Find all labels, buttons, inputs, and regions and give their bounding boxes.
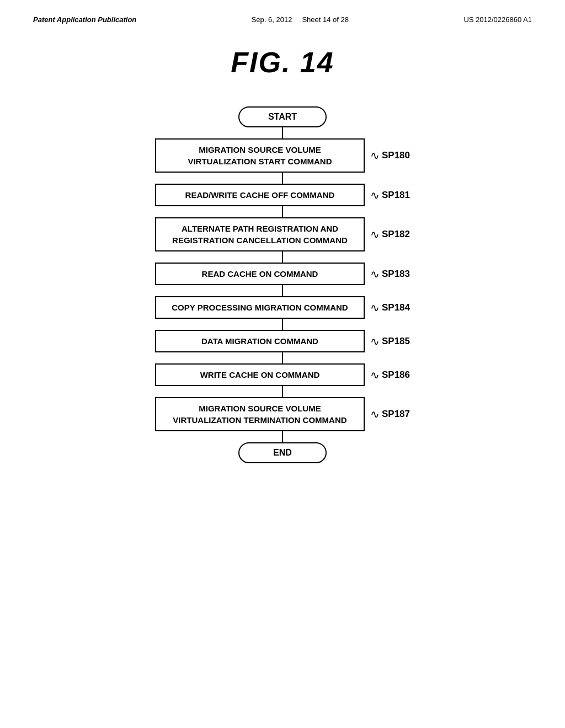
squiggle-icon-sp180: ∿ bbox=[370, 149, 380, 162]
connector-1 bbox=[282, 173, 283, 184]
connector-5 bbox=[282, 319, 283, 330]
step-row-sp186: WRITE CACHE ON COMMAND ∿ SP186 bbox=[0, 363, 565, 386]
sp181-num: SP181 bbox=[382, 190, 410, 201]
header-date-sheet: Sep. 6, 2012 Sheet 14 of 28 bbox=[252, 15, 349, 24]
header-publication: Patent Application Publication bbox=[33, 15, 136, 24]
box-sp184: COPY PROCESSING MIGRATION COMMAND bbox=[155, 296, 365, 319]
step-row-sp185: DATA MIGRATION COMMAND ∿ SP185 bbox=[0, 330, 565, 352]
step-row-sp187: MIGRATION SOURCE VOLUMEVIRTUALIZATION TE… bbox=[0, 397, 565, 431]
squiggle-icon-sp186: ∿ bbox=[370, 368, 380, 382]
squiggle-icon-sp187: ∿ bbox=[370, 408, 380, 421]
connector-3 bbox=[282, 251, 283, 263]
page: Patent Application Publication Sep. 6, 2… bbox=[0, 0, 565, 728]
connector-6 bbox=[282, 352, 283, 363]
header-date: Sep. 6, 2012 bbox=[252, 15, 292, 24]
connector-0 bbox=[282, 127, 283, 138]
sp180-num: SP180 bbox=[382, 150, 410, 161]
step-row-sp182: ALTERNATE PATH REGISTRATION ANDREGISTRAT… bbox=[0, 217, 565, 251]
label-sp184: ∿ SP184 bbox=[370, 301, 410, 314]
start-row: START bbox=[0, 106, 565, 127]
squiggle-icon-sp185: ∿ bbox=[370, 335, 380, 348]
flowchart: START MIGRATION SOURCE VOLUMEVIRTUALIZAT… bbox=[0, 106, 565, 485]
end-row: END bbox=[0, 442, 565, 463]
sp187-num: SP187 bbox=[382, 409, 410, 420]
sp182-num: SP182 bbox=[382, 229, 410, 240]
box-sp185: DATA MIGRATION COMMAND bbox=[155, 330, 365, 352]
connector-4 bbox=[282, 285, 283, 296]
step-row-sp184: COPY PROCESSING MIGRATION COMMAND ∿ SP18… bbox=[0, 296, 565, 319]
label-sp186: ∿ SP186 bbox=[370, 368, 410, 382]
step-row-sp181: READ/WRITE CACHE OFF COMMAND ∿ SP181 bbox=[0, 184, 565, 206]
start-box: START bbox=[238, 106, 327, 127]
sp183-num: SP183 bbox=[382, 269, 410, 280]
connector-7 bbox=[282, 386, 283, 397]
squiggle-icon-sp183: ∿ bbox=[370, 267, 380, 281]
box-sp182: ALTERNATE PATH REGISTRATION ANDREGISTRAT… bbox=[155, 217, 365, 251]
sp186-num: SP186 bbox=[382, 370, 410, 381]
figure-title: FIG. 14 bbox=[0, 46, 565, 79]
squiggle-icon-sp181: ∿ bbox=[370, 189, 380, 202]
sp185-num: SP185 bbox=[382, 336, 410, 347]
header: Patent Application Publication Sep. 6, 2… bbox=[0, 0, 565, 29]
sp184-num: SP184 bbox=[382, 302, 410, 313]
connector-8 bbox=[282, 431, 283, 442]
label-sp180: ∿ SP180 bbox=[370, 149, 410, 162]
label-sp187: ∿ SP187 bbox=[370, 408, 410, 421]
end-box: END bbox=[238, 442, 327, 463]
label-sp181: ∿ SP181 bbox=[370, 189, 410, 202]
box-sp187: MIGRATION SOURCE VOLUMEVIRTUALIZATION TE… bbox=[155, 397, 365, 431]
step-row-sp183: READ CACHE ON COMMAND ∿ SP183 bbox=[0, 263, 565, 285]
squiggle-icon-sp182: ∿ bbox=[370, 228, 380, 241]
box-sp186: WRITE CACHE ON COMMAND bbox=[155, 363, 365, 386]
box-sp183: READ CACHE ON COMMAND bbox=[155, 263, 365, 285]
squiggle-icon-sp184: ∿ bbox=[370, 301, 380, 314]
header-sheet: Sheet 14 of 28 bbox=[302, 15, 349, 24]
connector-2 bbox=[282, 206, 283, 217]
header-patent-num: US 2012/0226860 A1 bbox=[463, 15, 532, 24]
label-sp182: ∿ SP182 bbox=[370, 228, 410, 241]
label-sp185: ∿ SP185 bbox=[370, 335, 410, 348]
box-sp181: READ/WRITE CACHE OFF COMMAND bbox=[155, 184, 365, 206]
label-sp183: ∿ SP183 bbox=[370, 267, 410, 281]
step-row-sp180: MIGRATION SOURCE VOLUMEVIRTUALIZATION ST… bbox=[0, 138, 565, 173]
box-sp180: MIGRATION SOURCE VOLUMEVIRTUALIZATION ST… bbox=[155, 138, 365, 173]
